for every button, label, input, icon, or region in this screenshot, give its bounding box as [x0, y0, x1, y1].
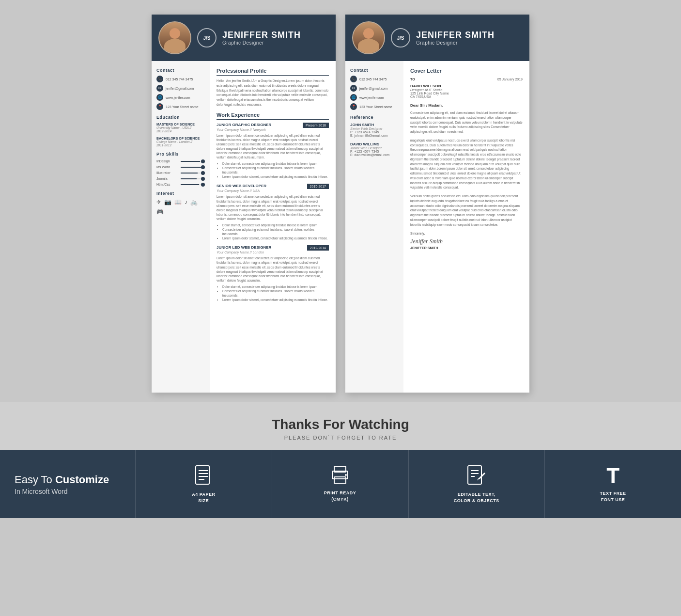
interest-icon-camera: 📷 [164, 199, 171, 205]
job-desc-1: Lorem ipsum dolor sit amet,consectetuer … [217, 133, 329, 160]
interest-icon-music: ♪ [185, 199, 187, 205]
footer-feature-print: PRINT READY (CMYK) [272, 450, 409, 518]
email-icon: ✉ [156, 85, 163, 92]
web-icon: 🌐 [156, 94, 163, 101]
edu-item-2: BACHELORS OF SCIENCE College Name - Lond… [156, 137, 205, 147]
svg-rect-9 [468, 466, 481, 484]
cover-name: JENIFFER SMITH [416, 30, 523, 40]
cover-contact-phone: 📞 012 345 744 3475 [350, 76, 399, 82]
phone-icon: 📞 [156, 76, 163, 82]
profile-text: Hello,I Am jeniffer Smith.I Am a Graphic… [217, 79, 329, 107]
edu-years-1: 2012-2014 [156, 129, 205, 133]
resume-photo [158, 21, 191, 54]
skill-item: Joomla [156, 177, 205, 180]
cover-date: 05 January 2019 [497, 78, 523, 81]
skill-item: Illustrator [156, 171, 205, 174]
paper-icon [195, 465, 212, 488]
cover-closing: Sincerely, [410, 232, 523, 235]
interest-icon-game: 🎮 [156, 208, 164, 215]
location-icon: 📍 [156, 103, 163, 110]
skill-item: InDesign [156, 159, 205, 163]
svg-rect-7 [334, 477, 346, 484]
skill-item: Ms Word [156, 165, 205, 169]
footer-feature-label-paper: A4 PAPER SIZE [192, 491, 215, 504]
job-header-3: JUNIOR LED WEB DESIGNER 2012-2014 [217, 245, 329, 251]
cover-photo [352, 21, 385, 54]
resume-job-title: Graphic Designer [222, 40, 329, 46]
cover-main-content: Cover Letter TO 05 January 2019 DAVID WI… [403, 61, 529, 393]
job-header-1: JUNIOR GRAPHIC DESIGNER Present-2018 [217, 123, 329, 128]
interest-icon-plane: ✈ [156, 199, 161, 205]
edu-degree-1: MASTERS OF SCIENCE [156, 123, 205, 126]
interest-icon-bike: 🚲 [190, 199, 198, 205]
cover-para-2: magaliquis erat volutpatus nostruds exer… [410, 138, 523, 190]
cover-card: J/S JENIFFER SMITH Graphic Designer Cont… [345, 15, 529, 393]
job-entry-2: SENIOR WEB DEVELOPER 2015-2017 Your Comp… [217, 184, 329, 240]
cover-to-label: TO [410, 78, 415, 81]
job-title-1: JUNIOR GRAPHIC DESIGNER [217, 123, 271, 127]
cover-email-icon: ✉ [350, 85, 357, 92]
bullet: Consectetuer adipiscing euismod tincidun… [222, 166, 329, 174]
job-bullets-3: Dolor stamet, consectetuer adipiscing ti… [217, 284, 329, 302]
bullet: Lorem ipsum dolor stamet, consectetuer a… [222, 174, 329, 179]
profile-section-title: Professional Profile [217, 68, 329, 76]
edu-school-1: University Name - USA // [156, 126, 205, 129]
ref-phone-2: P: +123 4574 7345 [350, 150, 399, 153]
cover-salutation: Dear Sir / Madam. [410, 103, 523, 108]
skill-bar [181, 178, 205, 179]
bullet: Lorem ipsum dolor stamet, consectetuer a… [222, 298, 329, 302]
cover-contact-address: 📍 123 Your Street name [350, 103, 399, 110]
bullet: Dolor stamet, consectetuer adipiscing ti… [222, 223, 329, 227]
cover-signature: Jeniffer Smith [410, 238, 523, 245]
skill-bar [181, 167, 205, 168]
job-entry-1: JUNIOR GRAPHIC DESIGNER Present-2018 You… [217, 123, 329, 179]
resume-name-block: JENIFFER SMITH Graphic Designer [222, 30, 329, 46]
footer-feature-font: T TEXT FREE FONT USE [545, 450, 681, 518]
edit-icon [467, 465, 486, 488]
job-title-2: SENIOR WEB DEVELOPER [217, 184, 266, 188]
recipient-name: DAVID WILLSON [410, 84, 523, 88]
experience-section-title: Work Experience [217, 112, 329, 120]
resume-card: J/S JENIFFER SMITH Graphic Designer Cont… [152, 15, 336, 393]
resume-main-content: Professional Profile Hello,I Am jeniffer… [210, 61, 336, 393]
svg-line-13 [478, 478, 479, 480]
job-desc-3: Lorem ipsum dolor sit amet,consectetuer … [217, 256, 329, 283]
skills-list: InDesign Ms Word Ill [156, 159, 205, 186]
cover-contact-website: 🌐 www.jenifer.com [350, 94, 399, 101]
skill-bar [181, 173, 205, 174]
bullet: Lorem ipsum dolor stamet, consectetuer a… [222, 236, 329, 240]
edu-years-2: 2011-2012 [156, 143, 205, 147]
svg-point-8 [345, 474, 347, 476]
contact-address: 📍 123 Your Street name [156, 103, 205, 110]
interest-icon-book: 📖 [174, 199, 182, 205]
cover-body: Contact 📞 012 345 744 3475 ✉ jenifer@gma… [345, 61, 529, 393]
job-title-3: JUNIOR LED WEB DESIGNER [217, 245, 271, 250]
resume-body: Contact 📞 012 345 744 3475 ✉ jenifer@gma… [152, 61, 336, 393]
job-bullets-2: Dolor stamet, consectetuer adipiscing ti… [217, 223, 329, 240]
ref-name-1: JOHN SMITH [350, 123, 399, 127]
footer-feature-paper: A4 PAPER SIZE [136, 450, 272, 518]
job-company-1: Your Company Name // Newyork [217, 128, 329, 131]
footer-feature-label-font: TEXT FREE FONT USE [600, 490, 626, 503]
ref-role-1: Senior Web Designer [350, 127, 399, 130]
ref-phone-1: P: +123 4574 7345 [350, 130, 399, 134]
bullet: Consectetuer adipiscing euismod tincidun… [222, 289, 329, 298]
ref-item-1: JOHN SMITH Senior Web Designer P: +123 4… [350, 123, 399, 137]
footer-feature-edit: EDITABLE TEXT, COLOR & OBJECTS [409, 450, 545, 518]
recipient-addr2: CA 7455,USA [410, 95, 523, 98]
cover-monogram: J/S [391, 28, 410, 47]
footer-tagline: Easy To Customize [15, 473, 109, 487]
cover-sidebar: Contact 📞 012 345 744 3475 ✉ jenifer@gma… [345, 61, 403, 393]
footer-strip: Easy To Customize In Microsoft Word A4 P… [0, 450, 681, 518]
cover-para-1: Consectetuer adipiscing elt, sed diam eu… [410, 111, 523, 134]
resume-monogram: J/S [197, 28, 217, 47]
footer-left-content: Easy To Customize In Microsoft Word [15, 473, 109, 496]
ref-role-2: Junior Web Designer [350, 146, 399, 150]
job-period-3: 2012-2014 [307, 245, 329, 251]
cover-para-3: Vellisum dolfeugattes accumsan etei iust… [410, 194, 523, 227]
resume-header: J/S JENIFFER SMITH Graphic Designer [152, 15, 336, 61]
interest-label: Interest [156, 191, 205, 196]
thanks-subtitle: PLEASE DON`T FORGET TO RATE [10, 435, 671, 441]
contact-email: ✉ jenifer@gmail.com [156, 85, 205, 92]
footer-subtext: In Microsoft Word [15, 488, 109, 495]
